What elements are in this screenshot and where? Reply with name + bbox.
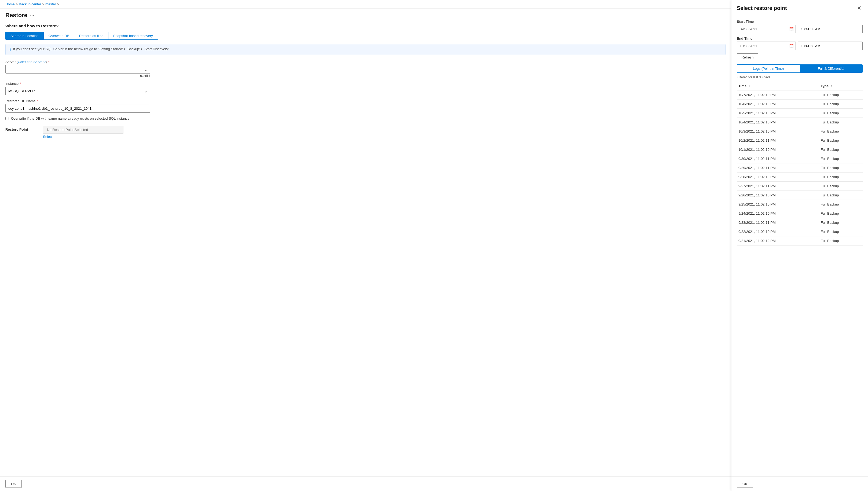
modal-ok-button[interactable]: OK — [737, 480, 753, 488]
instance-select-wrapper: MSSQLSERVER — [5, 87, 150, 95]
close-button[interactable]: ✕ — [856, 4, 863, 12]
cant-find-server-link[interactable]: Can't find Server? — [18, 60, 46, 64]
breadcrumb-sep3: > — [57, 2, 59, 6]
table-row[interactable]: 9/27/2021, 11:02:11 PM Full Backup — [737, 182, 863, 191]
table-row[interactable]: 10/4/2021, 11:02:10 PM Full Backup — [737, 118, 863, 127]
table-row[interactable]: 9/29/2021, 11:02:11 PM Full Backup — [737, 164, 863, 173]
cell-type: Full Backup — [819, 154, 863, 164]
restore-type-tabs[interactable]: Logs (Point in Time) Full & Differential — [737, 64, 863, 73]
modal-title: Select restore point — [737, 5, 787, 11]
column-header-time[interactable]: Time ↓ — [737, 82, 819, 90]
end-date-input[interactable] — [737, 41, 796, 50]
table-body: 10/7/2021, 11:02:10 PM Full Backup 10/6/… — [737, 90, 863, 246]
overwrite-checkbox[interactable] — [5, 117, 9, 120]
instance-field-group: Instance * MSSQLSERVER — [5, 82, 725, 95]
info-text: If you don't see your SQL Server in the … — [13, 47, 169, 51]
restore-point-section: Restore Point No Restore Point Selected … — [5, 126, 725, 139]
column-header-type[interactable]: Type ↕ — [819, 82, 863, 90]
instance-select[interactable]: MSSQLSERVER — [5, 87, 150, 95]
breadcrumb: Home > Backup center > master > — [0, 0, 731, 8]
tab-restore-as-files[interactable]: Restore as files — [74, 32, 108, 39]
tab-alternate-location[interactable]: Alternate Location — [6, 32, 44, 39]
table-row[interactable]: 9/28/2021, 11:02:10 PM Full Backup — [737, 173, 863, 182]
cell-time: 10/6/2021, 11:02:10 PM — [737, 99, 819, 109]
cell-time: 10/3/2021, 11:02:10 PM — [737, 127, 819, 136]
ok-button[interactable]: OK — [5, 480, 22, 488]
cell-time: 9/21/2021, 11:02:12 PM — [737, 236, 819, 246]
filter-text: Filtered for last 30 days — [737, 76, 863, 79]
start-time-input[interactable] — [798, 25, 863, 33]
page-header: Restore ··· — [0, 8, 731, 21]
db-name-input[interactable] — [5, 104, 150, 113]
table-row[interactable]: 9/30/2021, 11:02:11 PM Full Backup — [737, 154, 863, 164]
end-time-label: End Time — [737, 36, 863, 40]
table-row[interactable]: 9/24/2021, 11:02:10 PM Full Backup — [737, 209, 863, 218]
breadcrumb-master[interactable]: master — [45, 2, 56, 6]
refresh-button[interactable]: Refresh — [737, 53, 758, 61]
breadcrumb-sep1: > — [16, 2, 18, 6]
end-datetime-row: 📅 — [737, 41, 863, 50]
cell-time: 10/4/2021, 11:02:10 PM — [737, 118, 819, 127]
table-header: Time ↓ Type ↕ — [737, 82, 863, 90]
restore-point-label: Restore Point — [5, 126, 37, 132]
cell-type: Full Backup — [819, 200, 863, 209]
server-select[interactable] — [5, 65, 150, 74]
cell-time: 9/22/2021, 11:02:10 PM — [737, 227, 819, 236]
breadcrumb-backup-center[interactable]: Backup center — [19, 2, 41, 6]
end-time-input[interactable] — [798, 41, 863, 50]
cell-type: Full Backup — [819, 99, 863, 109]
table-row[interactable]: 9/22/2021, 11:02:10 PM Full Backup — [737, 227, 863, 236]
breadcrumb-sep2: > — [42, 2, 44, 6]
restore-point-placeholder: No Restore Point Selected — [43, 126, 123, 134]
start-time-group: Start Time 📅 — [737, 20, 863, 33]
cell-time: 10/1/2021, 11:02:10 PM — [737, 145, 819, 154]
cell-type: Full Backup — [819, 118, 863, 127]
table-row[interactable]: 10/6/2021, 11:02:10 PM Full Backup — [737, 99, 863, 109]
cell-time: 9/26/2021, 11:02:10 PM — [737, 191, 819, 200]
table-row[interactable]: 10/5/2021, 11:02:10 PM Full Backup — [737, 109, 863, 118]
cell-type: Full Backup — [819, 145, 863, 154]
table-row[interactable]: 10/3/2021, 11:02:10 PM Full Backup — [737, 127, 863, 136]
start-datetime-row: 📅 — [737, 25, 863, 33]
type-sort-icon: ↕ — [831, 84, 832, 88]
cell-time: 10/5/2021, 11:02:10 PM — [737, 109, 819, 118]
cell-type: Full Backup — [819, 191, 863, 200]
time-sort-icon: ↓ — [749, 84, 750, 88]
section-title: Where and how to Restore? — [5, 24, 725, 28]
tab-logs-point-in-time[interactable]: Logs (Point in Time) — [737, 65, 800, 73]
start-date-wrapper: 📅 — [737, 25, 796, 33]
db-name-required-marker: * — [37, 99, 38, 103]
table-row[interactable]: 10/1/2021, 11:02:10 PM Full Backup — [737, 145, 863, 154]
table-row[interactable]: 10/7/2021, 11:02:10 PM Full Backup — [737, 90, 863, 99]
server-select-wrapper — [5, 65, 150, 74]
server-hint: azdrill1 — [5, 74, 150, 78]
server-required-marker: * — [48, 60, 50, 64]
table-row[interactable]: 9/21/2021, 11:02:12 PM Full Backup — [737, 236, 863, 246]
select-restore-point-link[interactable]: Select — [43, 135, 123, 139]
cell-time: 9/27/2021, 11:02:11 PM — [737, 182, 819, 191]
table-row[interactable]: 10/2/2021, 11:02:11 PM Full Backup — [737, 136, 863, 145]
table-row[interactable]: 9/25/2021, 11:02:10 PM Full Backup — [737, 200, 863, 209]
more-options-icon[interactable]: ··· — [30, 12, 34, 18]
cell-type: Full Backup — [819, 109, 863, 118]
end-time-group: End Time 📅 — [737, 36, 863, 50]
overwrite-checkbox-row: Overwrite if the DB with same name alrea… — [5, 116, 725, 120]
modal-body: Start Time 📅 End Time 📅 Refresh — [731, 15, 868, 476]
table-row[interactable]: 9/26/2021, 11:02:10 PM Full Backup — [737, 191, 863, 200]
tab-snapshot-recovery[interactable]: Snapshot-based recovery — [108, 32, 158, 39]
cell-type: Full Backup — [819, 173, 863, 182]
cell-time: 9/28/2021, 11:02:10 PM — [737, 173, 819, 182]
cell-time: 9/25/2021, 11:02:10 PM — [737, 200, 819, 209]
tab-full-differential[interactable]: Full & Differential — [800, 65, 863, 73]
breadcrumb-home[interactable]: Home — [5, 2, 15, 6]
db-name-field-group: Restored DB Name * — [5, 99, 725, 113]
cell-type: Full Backup — [819, 127, 863, 136]
start-date-input[interactable] — [737, 25, 796, 33]
cell-type: Full Backup — [819, 136, 863, 145]
cell-type: Full Backup — [819, 227, 863, 236]
info-icon: ℹ — [9, 47, 11, 52]
restore-mode-tabs[interactable]: Alternate Location Overwrite DB Restore … — [5, 32, 158, 40]
tab-overwrite-db[interactable]: Overwrite DB — [44, 32, 74, 39]
modal-footer: OK — [731, 476, 868, 491]
table-row[interactable]: 9/23/2021, 11:02:11 PM Full Backup — [737, 218, 863, 227]
